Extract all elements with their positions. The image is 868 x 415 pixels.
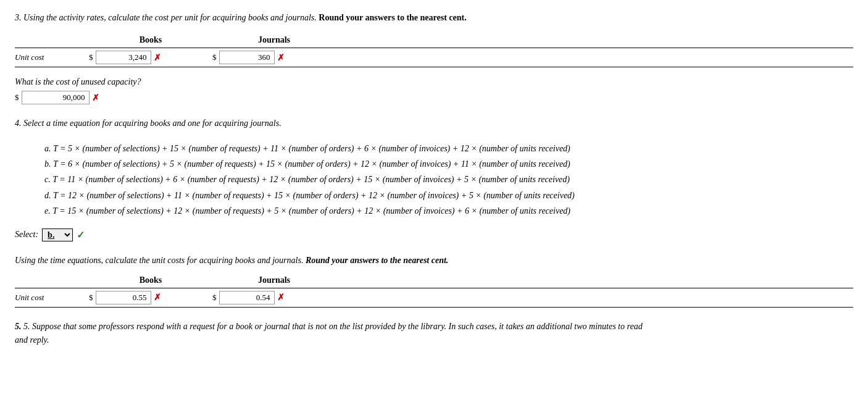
journals-clear-q4[interactable]: ✗ — [277, 292, 285, 303]
q5-line2: and reply. — [15, 333, 853, 347]
option-c: c. T = 11 × (number of selections) + 6 ×… — [44, 172, 853, 187]
col-books-q4: Books — [89, 275, 212, 285]
books-input-q4[interactable] — [96, 291, 151, 304]
option-a-text: a. T = 5 × (number of selections) + 15 ×… — [44, 144, 570, 153]
options-list: a. T = 5 × (number of selections) + 15 ×… — [44, 141, 853, 219]
books-cell-q3: $ ✗ — [89, 51, 212, 64]
journals-clear-q3[interactable]: ✗ — [277, 52, 285, 63]
col-journals-q3: Journals — [212, 35, 336, 45]
books-input-q3[interactable] — [96, 51, 151, 64]
question4-section: 4. Select a time equation for acquiring … — [15, 117, 853, 308]
journals-input-q3[interactable] — [219, 51, 275, 64]
books-clear-q4[interactable]: ✗ — [154, 292, 161, 303]
col-headers-q4: Books Journals — [89, 275, 853, 285]
option-d-text: d. T = 12 × (number of selections) + 11 … — [44, 191, 575, 200]
col-books-q3: Books — [89, 35, 212, 45]
time-eq-header: Using the time equations, calculate the … — [15, 254, 853, 267]
select-dropdown[interactable]: b. a. c. d. e. — [42, 228, 73, 241]
unused-cap-label: What is the cost of unused capacity? — [15, 77, 853, 87]
cost-table-q3: Books Journals Unit cost $ ✗ $ ✗ — [15, 35, 853, 67]
unit-cost-row-q4: Unit cost $ ✗ $ ✗ — [15, 288, 853, 308]
q4-header: 4. Select a time equation for acquiring … — [15, 117, 853, 130]
journals-cell-q4: $ ✗ — [212, 291, 336, 304]
question5-section: 5. 5. Suppose that some professors respo… — [15, 320, 853, 348]
unit-cost-label-q4: Unit cost — [15, 293, 89, 303]
journals-input-q4[interactable] — [219, 291, 275, 304]
select-label: Select: — [15, 230, 38, 240]
dollar-books-q3: $ — [89, 52, 93, 62]
option-e: e. T = 15 × (number of selections) + 12 … — [44, 203, 853, 219]
col-journals-q4: Journals — [212, 275, 336, 285]
unused-row: $ ✗ — [15, 91, 853, 104]
unused-clear[interactable]: ✗ — [92, 93, 99, 103]
select-row: Select: b. a. c. d. e. ✓ — [15, 228, 853, 241]
option-b-text: b. T = 6 × (number of selections) + 5 × … — [44, 159, 570, 169]
option-e-text: e. T = 15 × (number of selections) + 12 … — [44, 206, 570, 216]
dollar-journals-q4: $ — [212, 293, 217, 303]
dollar-unused: $ — [15, 93, 19, 103]
cost-table-q4: Books Journals Unit cost $ ✗ $ ✗ — [15, 275, 853, 308]
option-a: a. T = 5 × (number of selections) + 15 ×… — [44, 141, 853, 156]
unit-cost-row-q3: Unit cost $ ✗ $ ✗ — [15, 48, 853, 67]
question3-header: 3. Using the activity rates, calculate t… — [15, 11, 853, 24]
books-cell-q4: $ ✗ — [89, 291, 212, 304]
col-headers-q3: Books Journals — [89, 35, 853, 45]
check-mark: ✓ — [77, 229, 85, 241]
options-wrapper: a. T = 5 × (number of selections) + 15 ×… — [15, 141, 853, 219]
option-c-text: c. T = 11 × (number of selections) + 6 ×… — [44, 175, 570, 184]
option-b: b. T = 6 × (number of selections) + 5 × … — [44, 156, 853, 172]
dollar-books-q4: $ — [89, 293, 93, 303]
unused-capacity-section: What is the cost of unused capacity? $ ✗ — [15, 77, 853, 104]
option-d: d. T = 12 × (number of selections) + 11 … — [44, 188, 853, 203]
dollar-journals-q3: $ — [212, 52, 217, 62]
journals-cell-q3: $ ✗ — [212, 51, 336, 64]
q5-line1: 5. 5. Suppose that some professors respo… — [15, 320, 853, 333]
unit-cost-label-q3: Unit cost — [15, 52, 89, 62]
books-clear-q3[interactable]: ✗ — [154, 52, 161, 63]
unused-input[interactable] — [22, 91, 90, 104]
